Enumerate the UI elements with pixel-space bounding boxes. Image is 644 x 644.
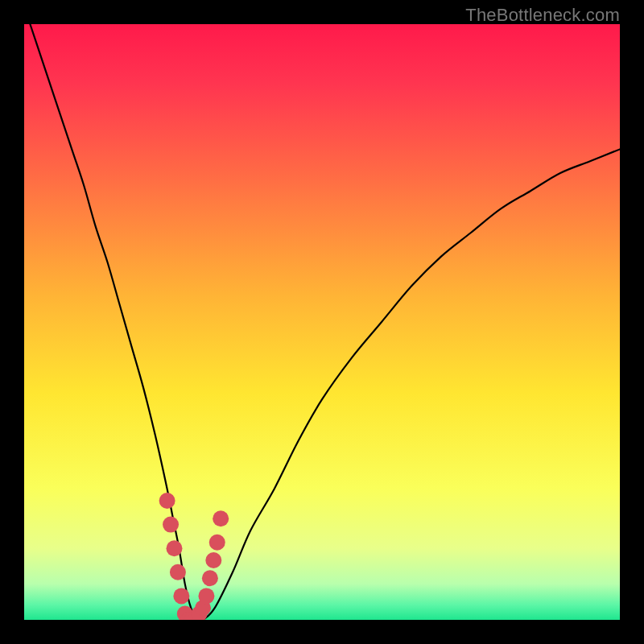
curve-layer <box>24 24 620 620</box>
marker-dot <box>166 540 182 556</box>
plot-area <box>24 24 620 620</box>
marker-dot <box>209 535 225 551</box>
watermark-text: TheBottleneck.com <box>465 5 620 26</box>
marker-dot <box>205 552 221 568</box>
marker-dot <box>202 570 218 586</box>
marker-dot <box>170 564 186 580</box>
marker-dot <box>198 588 214 604</box>
marker-dot <box>163 517 179 533</box>
marker-dot <box>213 510 229 526</box>
chart-frame: TheBottleneck.com <box>0 0 644 644</box>
bottleneck-curve <box>30 24 620 620</box>
marker-dot <box>159 493 175 509</box>
marker-dot <box>173 588 189 604</box>
